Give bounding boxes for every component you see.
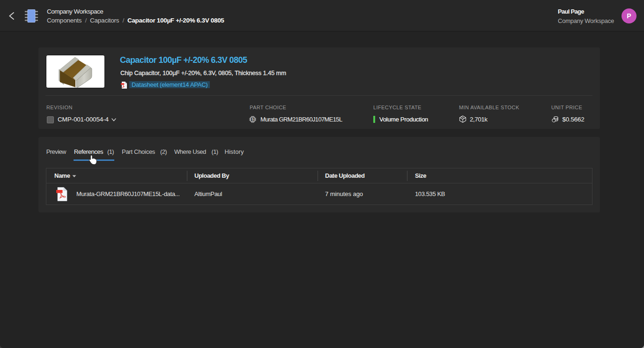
svg-text:S: S xyxy=(252,118,254,121)
